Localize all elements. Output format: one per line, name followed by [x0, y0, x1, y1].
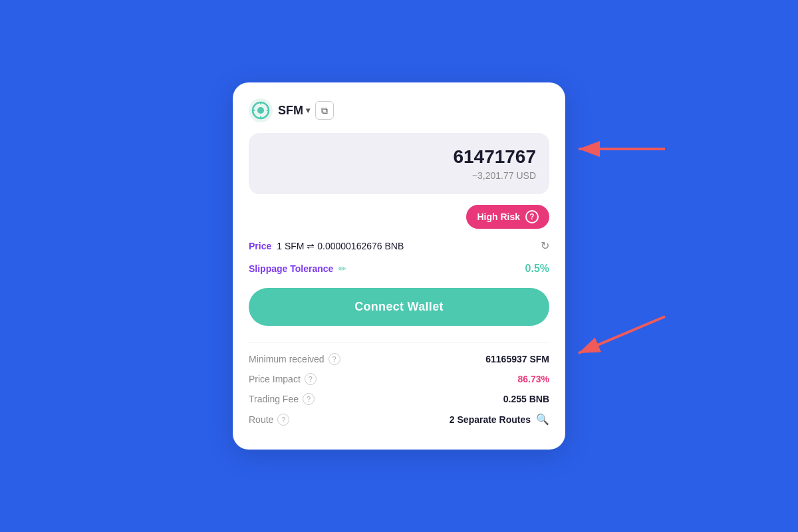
- slippage-value: 0.5%: [525, 263, 549, 275]
- amount-display: 61471767 ~3,201.77 USD: [249, 133, 549, 194]
- route-value: 2 Separate Routes: [450, 414, 531, 425]
- minimum-received-value: 61165937 SFM: [485, 354, 549, 364]
- price-impact-label: Price Impact ?: [249, 373, 317, 385]
- trading-fee-label: Trading Fee ?: [249, 393, 315, 405]
- route-help-icon[interactable]: ?: [277, 414, 289, 426]
- amount-usd: ~3,201.77 USD: [262, 170, 536, 181]
- price-impact-value: 86.73%: [518, 374, 549, 384]
- token-name[interactable]: SFM ▾: [278, 104, 310, 118]
- slippage-left: Slippage Tolerance ✏: [249, 263, 346, 274]
- price-row: Price 1 SFM ⇌ 0.00000162676 BNB ↻: [249, 239, 549, 252]
- detail-row-minimum-received: Minimum received ? 61165937 SFM: [249, 353, 549, 365]
- price-label: Price: [249, 241, 271, 251]
- route-label: Route ?: [249, 414, 289, 426]
- details-section: Minimum received ? 61165937 SFM Price Im…: [249, 353, 549, 426]
- slippage-row: Slippage Tolerance ✏ 0.5%: [249, 263, 549, 275]
- divider: [249, 342, 549, 342]
- route-search-icon[interactable]: 🔍: [536, 413, 549, 426]
- detail-row-route: Route ? 2 Separate Routes 🔍: [249, 413, 549, 426]
- chevron-down-icon: ▾: [306, 106, 310, 115]
- slippage-label: Slippage Tolerance: [249, 263, 333, 274]
- svg-point-2: [257, 107, 264, 114]
- high-risk-help-icon[interactable]: ?: [525, 210, 539, 223]
- swap-card: SFM ▾ ⧉ 61471767 ~3,201.77 USD High Risk…: [233, 82, 565, 450]
- connect-wallet-button[interactable]: Connect Wallet: [249, 288, 549, 326]
- minimum-received-help-icon[interactable]: ?: [329, 353, 340, 365]
- arrow-down-annotation: [565, 310, 672, 363]
- risk-row: High Risk ?: [249, 205, 549, 229]
- price-impact-help-icon[interactable]: ?: [305, 373, 317, 385]
- detail-row-trading-fee: Trading Fee ? 0.255 BNB: [249, 393, 549, 405]
- refresh-icon[interactable]: ↻: [541, 239, 549, 252]
- trading-fee-value: 0.255 BNB: [503, 394, 549, 404]
- token-logo-icon: [249, 98, 273, 122]
- arrow-left-annotation: [572, 136, 672, 162]
- trading-fee-help-icon[interactable]: ?: [303, 393, 315, 405]
- copy-button[interactable]: ⧉: [315, 101, 334, 120]
- route-value-group: 2 Separate Routes 🔍: [450, 413, 549, 426]
- detail-row-price-impact: Price Impact ? 86.73%: [249, 373, 549, 385]
- high-risk-badge[interactable]: High Risk ?: [466, 205, 549, 229]
- price-value: 1 SFM ⇌ 0.00000162676 BNB: [277, 241, 535, 251]
- card-header: SFM ▾ ⧉: [249, 98, 549, 122]
- svg-line-10: [579, 317, 665, 353]
- high-risk-label: High Risk: [477, 211, 520, 222]
- amount-value: 61471767: [262, 146, 536, 168]
- minimum-received-label: Minimum received ?: [249, 353, 340, 365]
- edit-slippage-icon[interactable]: ✏: [338, 263, 346, 274]
